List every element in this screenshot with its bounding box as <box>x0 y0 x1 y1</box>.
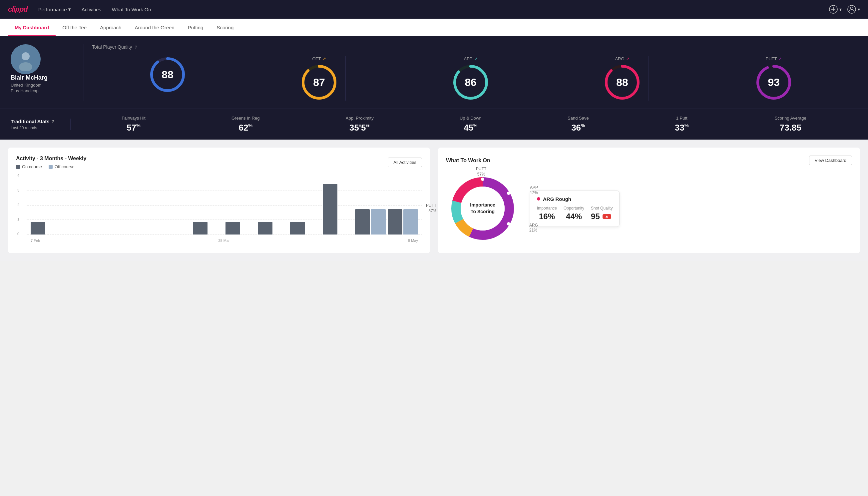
tab-scoring[interactable]: Scoring <box>210 19 240 36</box>
on-course-bar <box>31 222 45 234</box>
bar-group <box>323 184 353 234</box>
tab-around-the-green[interactable]: Around the Green <box>128 19 181 36</box>
chevron-down-icon: ▾ <box>858 7 860 12</box>
x-label-feb: 7 Feb <box>31 238 40 243</box>
putt-gauge: 93 <box>755 64 792 100</box>
profile-name: Blair McHarg <box>11 74 48 81</box>
arg-trend-icon: ↗ <box>626 56 630 61</box>
bar-group <box>128 234 158 234</box>
chevron-down-icon: ▾ <box>839 7 842 12</box>
view-dashboard-button[interactable]: View Dashboard <box>809 156 852 165</box>
traditional-stats-section: Traditional Stats ? Last 20 rounds Fairw… <box>0 109 868 140</box>
svg-point-25 <box>507 222 510 226</box>
stat-greens-in-reg: Greens In Reg 62% <box>232 115 260 133</box>
tab-off-the-tee[interactable]: Off the Tee <box>56 19 93 36</box>
donut-center-text: Importance To Scoring <box>470 202 495 215</box>
bar-group <box>193 222 223 234</box>
stat-scoring-avg: Scoring Average 73.85 <box>775 115 806 133</box>
total-quality-title: Total Player Quality ? <box>92 44 849 50</box>
putt-label: PUTT <box>766 56 777 61</box>
on-course-dot <box>16 165 20 169</box>
stat-1-putt: 1 Putt 33% <box>675 115 689 133</box>
off-course-bar <box>371 209 385 234</box>
donut-chart-wrap: PUTT 57% APP 12% ARG 21% PUTT 57% <box>446 172 519 245</box>
info-card-metrics: Importance 16% Opportunity 44% Shot Qual… <box>537 206 613 221</box>
ott-trend-icon: ↗ <box>322 56 326 61</box>
svg-point-4 <box>850 7 853 10</box>
putt-score-value: 93 <box>768 76 780 89</box>
logo[interactable]: clippd <box>8 5 28 14</box>
ott-donut-label: PUTT 57% <box>476 167 486 177</box>
nav-links: Performance ▾ Activities What To Work On <box>38 6 151 12</box>
trad-stats-label: Traditional Stats ? Last 20 rounds <box>11 119 70 130</box>
bar-group <box>355 209 385 234</box>
info-card-title: ARG Rough <box>537 196 613 202</box>
putt-trend-icon: ↗ <box>778 56 782 61</box>
svg-point-3 <box>848 5 856 13</box>
chart-area: 4 3 2 1 0 7 Feb 28 Mar 9 May <box>16 176 422 243</box>
app-score-item: APP ↗ 86 <box>444 56 497 100</box>
app-score-value: 86 <box>464 76 477 89</box>
shot-quality-badge <box>602 214 611 219</box>
on-course-bar <box>355 209 370 234</box>
activity-panel: Activity - 3 Months - Weekly On course O… <box>8 148 430 253</box>
user-menu-button[interactable]: ▾ <box>847 5 860 14</box>
trad-stats-sub: Last 20 rounds <box>11 126 60 130</box>
putt-donut-label: PUTT 57% <box>426 203 436 214</box>
nav-performance[interactable]: Performance ▾ <box>38 6 71 12</box>
bar-group <box>388 209 418 234</box>
svg-point-6 <box>22 52 30 60</box>
tabs-bar: My Dashboard Off the Tee Approach Around… <box>0 19 868 36</box>
metric-opportunity: Opportunity 44% <box>564 206 584 221</box>
app-donut-label: APP 12% <box>530 185 538 196</box>
svg-marker-27 <box>605 216 608 218</box>
total-gauge: 88 <box>149 56 186 93</box>
arg-gauge: 88 <box>604 64 641 100</box>
ott-score-item: OTT ↗ 87 <box>293 56 346 100</box>
top-nav: clippd Performance ▾ Activities What To … <box>0 0 868 19</box>
off-course-dot <box>49 165 53 169</box>
legend-off-course: Off course <box>49 164 75 169</box>
info-icon[interactable]: ? <box>135 45 137 50</box>
profile-handicap: Plus Handicap <box>11 88 38 93</box>
stat-sand-save: Sand Save 36% <box>568 115 589 133</box>
trad-stats-title: Traditional Stats <box>11 119 50 124</box>
tab-putting[interactable]: Putting <box>181 19 210 36</box>
arg-score-item: ARG ↗ 88 <box>596 56 649 100</box>
tab-approach[interactable]: Approach <box>93 19 128 36</box>
bar-group <box>225 222 256 234</box>
total-score-value: 88 <box>161 68 174 81</box>
chart-x-labels: 7 Feb 28 Mar 9 May <box>27 238 422 243</box>
all-activities-button[interactable]: All Activities <box>388 158 422 167</box>
nav-activities[interactable]: Activities <box>82 7 101 12</box>
total-score-item: 88 <box>141 56 194 100</box>
on-course-bar <box>258 222 272 234</box>
metric-shot-quality: Shot Quality 95 <box>591 206 613 221</box>
info-card-dot <box>537 197 540 201</box>
stat-fairways-hit: Fairways Hit 57% <box>122 115 145 133</box>
bar-group <box>258 222 288 234</box>
profile-section: Blair McHarg United Kingdom Plus Handica… <box>11 44 84 100</box>
hero-section: Blair McHarg United Kingdom Plus Handica… <box>0 36 868 109</box>
x-label-mar: 28 Mar <box>218 238 230 243</box>
ott-label: OTT <box>312 56 321 61</box>
tab-my-dashboard[interactable]: My Dashboard <box>8 19 56 36</box>
trad-stats-grid: Fairways Hit 57% Greens In Reg 62% App. … <box>70 115 857 133</box>
arg-score-value: 88 <box>616 76 628 89</box>
off-course-bar <box>404 209 418 234</box>
activity-panel-title: Activity - 3 Months - Weekly <box>16 156 86 161</box>
arg-label: ARG <box>615 56 624 61</box>
what-content: PUTT 57% APP 12% ARG 21% PUTT 57% <box>446 172 852 245</box>
metric-importance: Importance 16% <box>537 206 557 221</box>
trad-info-icon[interactable]: ? <box>52 119 54 124</box>
nav-what-to-work-on[interactable]: What To Work On <box>112 7 151 12</box>
nav-left: clippd Performance ▾ Activities What To … <box>8 5 151 14</box>
ott-score-value: 87 <box>313 76 325 89</box>
avatar <box>11 44 41 74</box>
legend-on-course: On course <box>16 164 42 169</box>
add-button[interactable]: ▾ <box>829 5 842 14</box>
stat-up-and-down: Up & Down 45% <box>460 115 482 133</box>
on-course-bar <box>323 184 337 234</box>
scores-grid: 88 OTT ↗ 87 APP <box>92 56 849 100</box>
app-label: APP <box>464 56 472 61</box>
